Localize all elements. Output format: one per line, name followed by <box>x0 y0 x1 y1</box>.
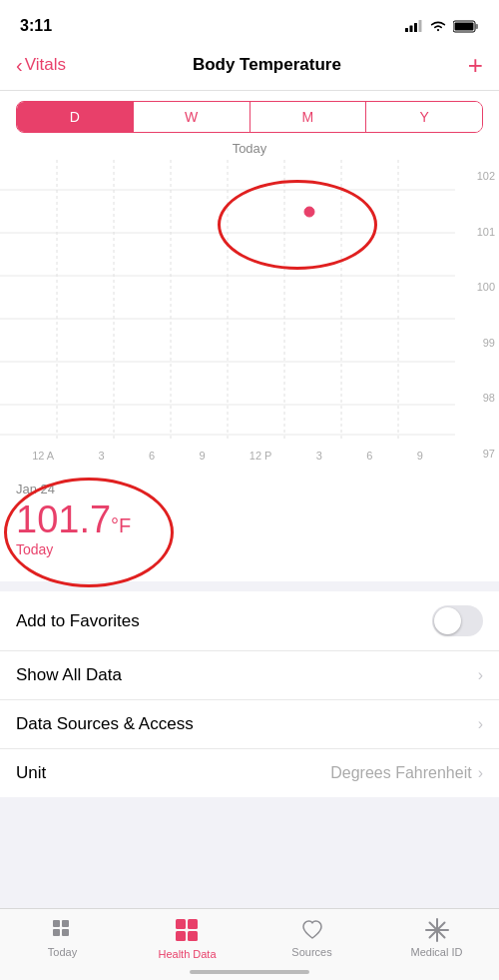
data-sources-label: Data Sources & Access <box>16 714 194 734</box>
health-data-icon <box>174 917 202 945</box>
x-label-9p: 9 <box>417 450 423 462</box>
chart-x-labels: 12 A 3 6 9 12 P 3 6 9 <box>0 450 455 462</box>
x-label-6a: 6 <box>149 450 155 462</box>
tab-medical-id[interactable]: Medical ID <box>407 917 467 960</box>
tab-today[interactable]: Today <box>33 917 93 960</box>
x-label-12p: 12 P <box>250 450 272 462</box>
unit-value-container: Degrees Fahrenheit › <box>330 764 483 782</box>
svg-rect-0 <box>405 28 408 32</box>
wifi-icon <box>429 20 447 33</box>
tab-today-label: Today <box>48 946 77 958</box>
svg-rect-22 <box>53 920 60 927</box>
add-favorites-label: Add to Favorites <box>16 611 140 631</box>
segment-year[interactable]: Y <box>365 102 482 132</box>
x-label-6p: 6 <box>366 450 372 462</box>
toggle-knob <box>434 607 461 634</box>
battery-icon <box>453 20 479 33</box>
svg-rect-5 <box>476 24 479 29</box>
sources-icon <box>299 917 325 943</box>
favorites-toggle[interactable] <box>432 605 483 636</box>
svg-rect-25 <box>62 929 69 936</box>
y-label-99: 99 <box>459 337 495 349</box>
status-icons <box>405 20 479 33</box>
chevron-right-icon-2: › <box>478 715 483 733</box>
segment-month[interactable]: M <box>250 102 366 132</box>
back-label: Vitals <box>25 55 66 75</box>
show-all-data-row[interactable]: Show All Data › <box>0 651 499 700</box>
segment-control: D W M Y <box>0 91 499 133</box>
svg-rect-28 <box>176 931 186 941</box>
chart-today-label: Today <box>0 133 499 160</box>
tab-sources-label: Sources <box>291 946 331 958</box>
tab-health-data[interactable]: Health Data <box>158 917 218 960</box>
chart-svg <box>0 160 455 470</box>
chevron-right-icon-3: › <box>478 764 483 782</box>
reading-sublabel: Today <box>16 541 483 557</box>
svg-rect-23 <box>62 920 69 927</box>
svg-rect-26 <box>176 919 186 929</box>
y-label-97: 97 <box>459 448 495 460</box>
chart-section: Today 102 101 100 <box>0 133 499 581</box>
y-label-100: 100 <box>459 281 495 293</box>
reading-number: 101.7 <box>16 498 111 541</box>
svg-rect-1 <box>410 26 413 33</box>
unit-row[interactable]: Unit Degrees Fahrenheit › <box>0 749 499 797</box>
x-label-3a: 3 <box>99 450 105 462</box>
reading-unit: °F <box>111 514 131 537</box>
x-label-9a: 9 <box>199 450 205 462</box>
tab-sources[interactable]: Sources <box>282 917 342 960</box>
show-all-data-label: Show All Data <box>16 665 122 685</box>
svg-rect-24 <box>53 929 60 936</box>
chevron-right-icon: › <box>478 666 483 684</box>
reading-value: 101.7°F <box>16 498 483 541</box>
svg-rect-3 <box>419 20 422 32</box>
tab-health-data-label: Health Data <box>158 948 216 960</box>
svg-rect-2 <box>414 23 417 32</box>
data-sources-row[interactable]: Data Sources & Access › <box>0 700 499 749</box>
segment-week[interactable]: W <box>133 102 250 132</box>
y-label-102: 102 <box>459 170 495 182</box>
x-label-3p: 3 <box>316 450 322 462</box>
back-chevron-icon: ‹ <box>16 54 23 77</box>
status-time: 3:11 <box>20 17 52 35</box>
signal-icon <box>405 20 423 32</box>
add-button[interactable]: + <box>468 52 483 78</box>
status-bar: 3:11 <box>0 0 499 44</box>
add-favorites-row[interactable]: Add to Favorites <box>0 591 499 651</box>
medical-id-icon <box>424 917 450 943</box>
today-icon <box>50 917 76 943</box>
back-button[interactable]: ‹ Vitals <box>16 54 66 77</box>
svg-rect-6 <box>455 22 474 30</box>
y-label-98: 98 <box>459 392 495 404</box>
unit-value: Degrees Fahrenheit <box>330 764 471 782</box>
segment-day[interactable]: D <box>17 102 133 132</box>
chart-y-labels: 102 101 100 99 98 97 <box>455 160 499 470</box>
x-label-12a: 12 A <box>32 450 54 462</box>
page-title: Body Temperature <box>193 55 341 75</box>
unit-label: Unit <box>16 763 46 783</box>
section-divider <box>0 581 499 591</box>
segment-inner: D W M Y <box>16 101 483 133</box>
svg-rect-29 <box>188 931 198 941</box>
y-label-101: 101 <box>459 226 495 238</box>
data-reading: Jan 24 101.7°F Today <box>0 470 499 573</box>
svg-rect-27 <box>188 919 198 929</box>
reading-date: Jan 24 <box>16 482 483 496</box>
nav-bar: ‹ Vitals Body Temperature + <box>0 44 499 91</box>
tab-medical-id-label: Medical ID <box>411 946 463 958</box>
settings-list: Add to Favorites Show All Data › Data So… <box>0 591 499 797</box>
svg-point-21 <box>304 207 314 217</box>
home-indicator <box>190 970 309 974</box>
chart-container: 102 101 100 99 98 97 12 A 3 6 9 12 P 3 6… <box>0 160 499 470</box>
